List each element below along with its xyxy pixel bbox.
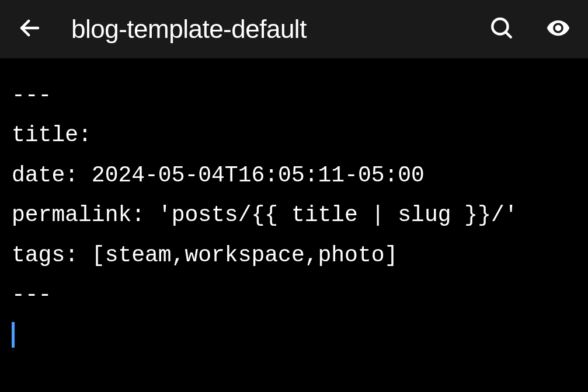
header-bar: blog-template-default [0, 0, 588, 58]
eye-icon [546, 16, 570, 43]
preview-button[interactable] [546, 16, 570, 43]
arrow-left-icon [18, 16, 42, 43]
text-cursor [12, 322, 15, 348]
svg-line-2 [506, 32, 511, 37]
search-icon [489, 16, 514, 43]
editor-line: tags: [steam,workspace,photo] [12, 236, 576, 275]
editor-line: date: 2024-05-04T16:05:11-05:00 [12, 156, 576, 195]
search-button[interactable] [489, 16, 514, 43]
editor-line: --- [12, 76, 576, 116]
editor-line: permalink: 'posts/{{ title | slug }}/' [12, 195, 576, 235]
header-actions [489, 16, 570, 43]
editor-line-cursor [12, 315, 576, 355]
editor-line: title: [12, 116, 576, 155]
back-button[interactable] [18, 16, 42, 43]
file-title: blog-template-default [71, 15, 460, 44]
editor-line: --- [12, 275, 576, 315]
editor-area[interactable]: --- title: date: 2024-05-04T16:05:11-05:… [0, 58, 588, 373]
